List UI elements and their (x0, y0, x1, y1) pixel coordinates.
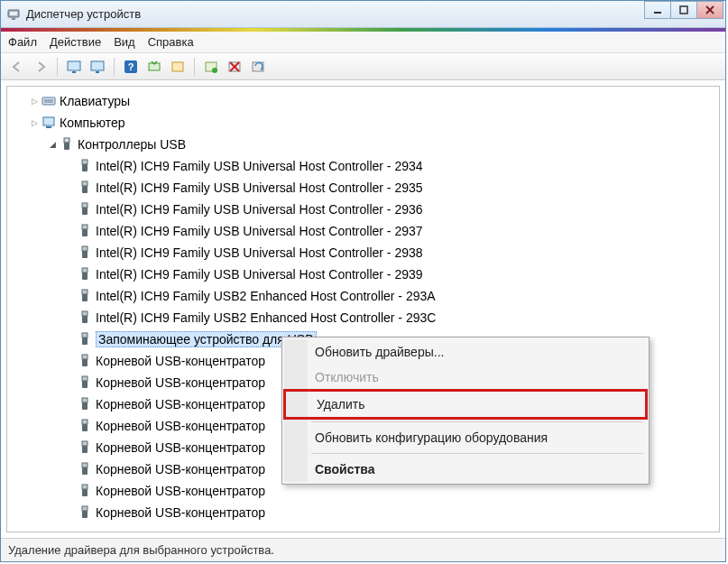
close-button[interactable] (696, 1, 723, 19)
usb-device-icon (78, 354, 92, 368)
tree-label: Компьютер (60, 116, 124, 130)
context-menu-separator (311, 453, 643, 454)
tree-node-usb-controller[interactable]: Intel(R) ICH9 Family USB Universal Host … (13, 199, 719, 220)
svg-rect-53 (82, 420, 88, 424)
tree-label: Корневой USB-концентратор (96, 354, 265, 368)
menu-file[interactable]: Файл (8, 35, 37, 49)
minimize-button[interactable] (644, 1, 671, 19)
tree-node-usb-controllers[interactable]: Контроллеры USB (13, 134, 719, 155)
svg-rect-29 (82, 160, 88, 164)
svg-rect-55 (82, 441, 88, 446)
ctx-properties[interactable]: Свойства (284, 457, 647, 482)
tree-label: Intel(R) ICH9 Family USB Universal Host … (96, 180, 423, 195)
svg-rect-40 (82, 273, 88, 280)
tree-label: Корневой USB-концентратор (96, 419, 265, 433)
svg-text:?: ? (128, 61, 134, 72)
tree-node-usb-controller[interactable]: Intel(R) ICH9 Family USB Universal Host … (13, 220, 719, 242)
context-menu: Обновить драйверы... Отключить Удалить О… (281, 337, 650, 485)
tree-label: Intel(R) ICH9 Family USB Universal Host … (96, 159, 423, 173)
ctx-disable[interactable]: Отключить (284, 365, 647, 390)
monitor-icon (90, 60, 105, 74)
context-menu-separator (311, 421, 643, 422)
svg-rect-59 (82, 485, 88, 489)
svg-rect-41 (82, 290, 88, 294)
menu-view[interactable]: Вид (114, 35, 135, 49)
toolbar-help[interactable]: ? (120, 56, 142, 78)
back-button[interactable] (6, 56, 28, 78)
tree-node-usb-hub[interactable]: Корневой USB-концентратор (13, 502, 719, 523)
tree-label: Контроллеры USB (78, 137, 186, 152)
usb-device-icon (78, 159, 92, 173)
usb-device-icon (78, 289, 92, 303)
tree-node-computer[interactable]: Компьютер (13, 112, 719, 134)
tree-label: Корневой USB-концентратор (96, 397, 265, 411)
expander-icon[interactable] (47, 139, 58, 150)
svg-rect-50 (82, 381, 88, 388)
tree-node-usb-controller[interactable]: Intel(R) ICH9 Family USB Universal Host … (13, 242, 719, 264)
expander-icon[interactable] (29, 96, 40, 106)
forward-button[interactable] (30, 56, 51, 78)
svg-rect-56 (82, 446, 88, 453)
svg-rect-32 (82, 186, 88, 193)
maximize-button[interactable] (670, 1, 697, 19)
toolbar: ? (1, 53, 725, 80)
toolbar-uninstall[interactable] (224, 56, 245, 78)
svg-rect-33 (82, 203, 88, 208)
svg-rect-34 (82, 208, 88, 215)
tree-node-usb-controller[interactable]: Intel(R) ICH9 Family USB2 Enhanced Host … (13, 307, 719, 328)
ctx-scan-hardware[interactable]: Обновить конфигурацию оборудования (284, 425, 647, 450)
svg-rect-39 (82, 268, 88, 273)
tree-label: Корневой USB-концентратор (96, 462, 265, 476)
expander-icon[interactable] (29, 117, 40, 128)
toolbar-monitor-2[interactable] (87, 56, 108, 78)
svg-rect-61 (82, 506, 88, 511)
device-manager-icon (6, 7, 21, 22)
refresh-icon (170, 60, 185, 74)
svg-rect-8 (72, 71, 76, 73)
tree-label: Intel(R) ICH9 Family USB2 Enhanced Host … (96, 289, 436, 303)
tree-node-usb-controller[interactable]: Intel(R) ICH9 Family USB Universal Host … (13, 264, 719, 285)
svg-rect-4 (680, 6, 687, 14)
tree-node-usb-controller[interactable]: Intel(R) ICH9 Family USB2 Enhanced Host … (13, 285, 719, 307)
menu-action[interactable]: Действие (50, 35, 101, 49)
usb-device-icon (78, 332, 92, 347)
usb-device-icon (78, 440, 92, 455)
tree-node-usb-controller[interactable]: Intel(R) ICH9 Family USB Universal Host … (13, 155, 719, 177)
tree-label: Корневой USB-концентратор (96, 484, 265, 498)
ctx-delete[interactable]: Удалить (283, 389, 648, 420)
svg-rect-27 (64, 143, 69, 150)
tree-node-usb-controller[interactable]: Intel(R) ICH9 Family USB Universal Host … (13, 177, 719, 199)
titlebar[interactable]: Диспетчер устройств (1, 1, 725, 28)
tree-label: Intel(R) ICH9 Family USB Universal Host … (96, 202, 423, 217)
tree-node-keyboards[interactable]: Клавиатуры (13, 90, 719, 112)
toolbar-enable[interactable] (200, 56, 222, 78)
menubar: Файл Действие Вид Справка (1, 32, 725, 53)
tree-label: Корневой USB-концентратор (96, 375, 265, 390)
usb-device-icon (78, 267, 92, 282)
usb-device-icon (78, 484, 92, 498)
computer-icon (41, 116, 56, 130)
usb-device-icon (78, 397, 92, 411)
tree-label: Intel(R) ICH9 Family USB Universal Host … (96, 224, 423, 238)
window-buttons (645, 1, 723, 19)
toolbar-monitor-1[interactable] (63, 56, 85, 78)
usb-device-icon (78, 505, 92, 520)
svg-rect-44 (82, 316, 88, 323)
svg-rect-38 (82, 251, 88, 258)
svg-rect-49 (82, 376, 88, 381)
menu-help[interactable]: Справка (148, 35, 194, 49)
keyboard-icon (41, 94, 56, 108)
svg-rect-37 (82, 246, 88, 251)
svg-point-16 (212, 68, 217, 73)
svg-rect-28 (66, 139, 68, 141)
tree-label: Intel(R) ICH9 Family USB Universal Host … (96, 267, 423, 282)
toolbar-scan[interactable] (143, 56, 165, 78)
usb-category-icon (60, 137, 74, 152)
svg-rect-21 (42, 97, 55, 105)
svg-rect-46 (82, 337, 88, 345)
toolbar-update[interactable] (167, 56, 189, 78)
ctx-update-drivers[interactable]: Обновить драйверы... (284, 339, 647, 365)
svg-rect-45 (82, 333, 88, 337)
tree-label: Клавиатуры (60, 94, 130, 108)
toolbar-properties[interactable] (247, 56, 269, 78)
